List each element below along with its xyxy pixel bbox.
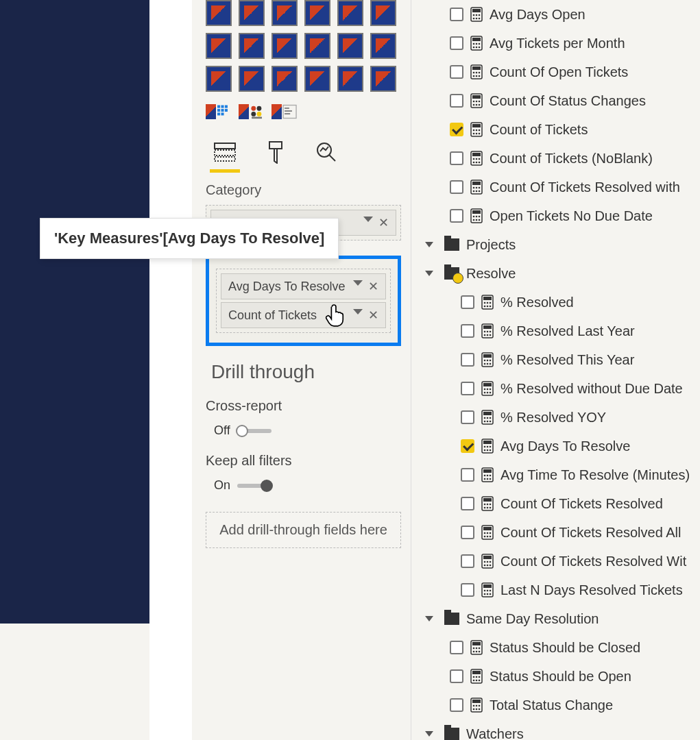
chevron-down-icon[interactable] bbox=[353, 280, 363, 286]
remove-icon[interactable]: ✕ bbox=[378, 217, 389, 229]
svg-point-140 bbox=[484, 478, 486, 480]
field-checkbox[interactable] bbox=[461, 497, 474, 510]
keep-all-filters-toggle[interactable]: On bbox=[206, 478, 401, 493]
field-checkbox[interactable] bbox=[450, 151, 463, 165]
viz-type-icon[interactable] bbox=[337, 33, 363, 59]
remove-icon[interactable]: ✕ bbox=[368, 309, 378, 321]
field-table-resolve[interactable]: Resolve bbox=[411, 259, 700, 288]
svg-point-154 bbox=[487, 532, 489, 534]
viz-type-icon[interactable] bbox=[239, 99, 265, 125]
svg-point-100 bbox=[484, 334, 486, 336]
field-item[interactable]: % Resolved bbox=[411, 288, 700, 317]
field-checkbox[interactable] bbox=[450, 94, 463, 108]
svg-point-105 bbox=[484, 360, 486, 362]
svg-point-74 bbox=[476, 187, 478, 189]
viz-type-icon[interactable] bbox=[370, 33, 396, 59]
field-item[interactable]: Avg Time To Resolve (Minutes) bbox=[411, 460, 700, 489]
values-field-pill-1[interactable]: Avg Days To Resolve ✕ bbox=[221, 273, 386, 299]
svg-rect-184 bbox=[472, 671, 481, 674]
field-checkbox[interactable] bbox=[461, 554, 474, 568]
field-item[interactable]: Count Of Tickets Resolved bbox=[411, 489, 700, 518]
cross-report-state: Off bbox=[214, 423, 230, 438]
field-item[interactable]: Count Of Tickets Resolved with bbox=[411, 173, 700, 201]
viz-type-icon[interactable] bbox=[271, 66, 298, 92]
field-table-same-day[interactable]: Same Day Resolution bbox=[411, 604, 700, 633]
svg-point-33 bbox=[473, 43, 475, 45]
svg-point-82 bbox=[476, 216, 478, 218]
field-item[interactable]: Open Tickets No Due Date bbox=[411, 201, 700, 230]
viz-type-icon[interactable] bbox=[337, 0, 363, 26]
viz-type-icon[interactable] bbox=[206, 99, 232, 125]
field-checkbox[interactable] bbox=[450, 209, 463, 223]
field-item[interactable]: Count of Tickets (NoBlank) bbox=[411, 144, 700, 173]
svg-point-38 bbox=[479, 47, 481, 49]
field-item[interactable]: % Resolved YOY bbox=[411, 403, 700, 432]
field-checkbox[interactable] bbox=[461, 353, 474, 367]
field-checkbox[interactable] bbox=[461, 468, 474, 482]
field-item[interactable]: Count of Tickets bbox=[411, 115, 700, 144]
field-item[interactable]: Last N Days Resolved Tickets bbox=[411, 576, 700, 604]
values-field-well[interactable]: Avg Days To Resolve ✕ Count of Tickets ✕ bbox=[216, 269, 391, 333]
field-checkbox[interactable] bbox=[461, 382, 474, 395]
field-checkbox[interactable] bbox=[450, 180, 463, 194]
field-item[interactable]: Count Of Open Tickets bbox=[411, 58, 700, 86]
svg-point-106 bbox=[487, 360, 489, 362]
viz-type-icon[interactable] bbox=[271, 33, 298, 59]
field-item[interactable]: Avg Tickets per Month bbox=[411, 29, 700, 58]
field-checkbox[interactable] bbox=[450, 698, 463, 712]
field-item[interactable]: Avg Days To Resolve bbox=[411, 432, 700, 460]
field-item[interactable]: Count Of Tickets Resolved Wit bbox=[411, 547, 700, 576]
viz-type-icon[interactable] bbox=[206, 0, 232, 26]
chevron-down-icon[interactable] bbox=[353, 309, 363, 314]
tab-format[interactable] bbox=[261, 137, 291, 167]
field-item[interactable]: Count Of Tickets Resolved All bbox=[411, 518, 700, 547]
drill-through-fields-well[interactable]: Add drill-through fields here bbox=[206, 512, 401, 548]
field-item[interactable]: % Resolved Last Year bbox=[411, 317, 700, 345]
field-item[interactable]: % Resolved without Due Date bbox=[411, 374, 700, 403]
remove-icon[interactable]: ✕ bbox=[368, 280, 378, 293]
field-checkbox[interactable] bbox=[461, 526, 474, 539]
viz-type-icon[interactable] bbox=[337, 66, 363, 92]
field-item[interactable]: Status Should be Closed bbox=[411, 633, 700, 662]
svg-point-194 bbox=[476, 705, 478, 707]
field-item[interactable]: Count Of Status Changes bbox=[411, 86, 700, 115]
field-item[interactable]: % Resolved This Year bbox=[411, 345, 700, 374]
measure-icon bbox=[481, 381, 494, 396]
field-checkbox[interactable] bbox=[450, 123, 463, 136]
field-checkbox[interactable] bbox=[450, 641, 463, 654]
viz-type-icon[interactable] bbox=[370, 66, 396, 92]
field-checkbox[interactable] bbox=[450, 65, 463, 79]
svg-rect-32 bbox=[472, 38, 481, 41]
tab-fields[interactable] bbox=[210, 137, 240, 167]
viz-type-icon[interactable] bbox=[304, 33, 330, 59]
viz-type-icon[interactable] bbox=[304, 0, 330, 26]
field-table-projects[interactable]: Projects bbox=[411, 230, 700, 259]
field-checkbox[interactable] bbox=[461, 583, 474, 597]
field-checkbox[interactable] bbox=[461, 439, 474, 453]
cross-report-toggle[interactable]: Off bbox=[206, 423, 401, 438]
values-field-pill-2[interactable]: Count of Tickets ✕ bbox=[221, 302, 386, 328]
viz-type-icon[interactable] bbox=[370, 0, 396, 26]
viz-type-icon[interactable] bbox=[206, 33, 232, 59]
field-checkbox[interactable] bbox=[450, 36, 463, 50]
field-item[interactable]: Avg Days Open bbox=[411, 0, 700, 29]
field-checkbox[interactable] bbox=[461, 295, 474, 309]
field-item[interactable]: Status Should be Open bbox=[411, 662, 700, 691]
viz-type-icon[interactable] bbox=[271, 0, 298, 26]
measure-icon bbox=[481, 496, 494, 511]
viz-type-icon[interactable] bbox=[206, 66, 232, 92]
field-checkbox[interactable] bbox=[450, 8, 463, 21]
tab-analytics[interactable] bbox=[311, 137, 341, 167]
field-item[interactable]: Total Status Change bbox=[411, 691, 700, 719]
field-table-watchers[interactable]: Watchers bbox=[411, 719, 700, 740]
viz-type-icon[interactable] bbox=[239, 0, 265, 26]
field-checkbox[interactable] bbox=[461, 324, 474, 338]
chevron-down-icon[interactable] bbox=[363, 217, 373, 222]
viz-type-icon[interactable] bbox=[271, 99, 298, 125]
svg-point-156 bbox=[484, 536, 486, 538]
field-checkbox[interactable] bbox=[461, 410, 474, 424]
viz-type-icon[interactable] bbox=[239, 33, 265, 59]
viz-type-icon[interactable] bbox=[239, 66, 265, 92]
field-checkbox[interactable] bbox=[450, 669, 463, 683]
viz-type-icon[interactable] bbox=[304, 66, 330, 92]
